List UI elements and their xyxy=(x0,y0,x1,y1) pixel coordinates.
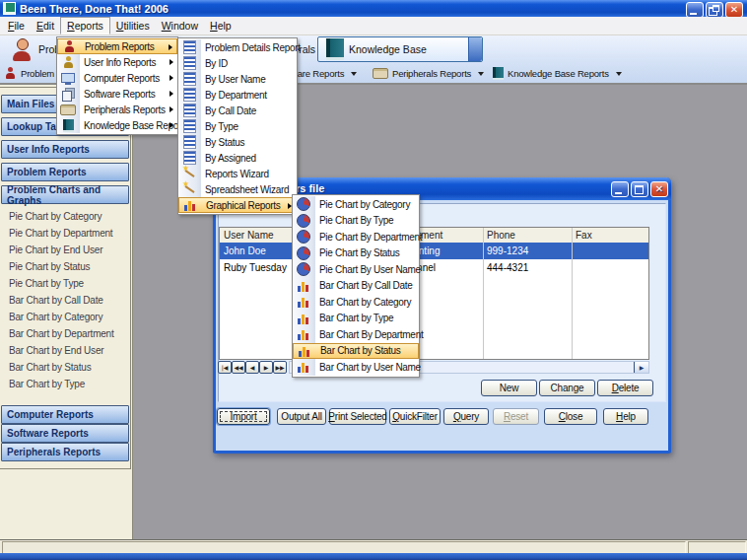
menu-window[interactable]: Window xyxy=(156,17,204,35)
nav-first-button[interactable]: |◀ xyxy=(218,361,232,374)
sidebar-item-pie-chart-by-department[interactable]: Pie Chart by Department xyxy=(9,225,127,242)
sidebar-section-computer-reports[interactable]: Computer Reports xyxy=(1,405,129,424)
sidebar-section-user-info-reports[interactable]: User Info Reports xyxy=(1,140,129,159)
sidebar-section-software-reports[interactable]: Software Reports xyxy=(1,424,129,443)
menu-edit[interactable]: Edit xyxy=(31,17,60,35)
column-header-user-name[interactable]: User Name xyxy=(220,228,298,243)
change-button[interactable]: Change xyxy=(539,380,595,396)
restore-button[interactable] xyxy=(706,2,723,18)
users-table[interactable]: User Name Department Phone Fax John Doe … xyxy=(219,227,649,360)
problem-reports-submenu: Problem Details Report By ID By User Nam… xyxy=(177,37,298,215)
toolbar-knowledge-base-reports-dropdown[interactable]: Knowledge Base Reports xyxy=(489,64,626,83)
menu-item-pie-chart-by-category[interactable]: Pie Chart by Category xyxy=(293,196,419,213)
dialog-maximize-button[interactable] xyxy=(631,181,648,197)
reset-button[interactable]: Reset xyxy=(493,408,539,425)
bar-chart-icon xyxy=(298,296,309,308)
help-button[interactable]: Help xyxy=(603,408,648,425)
column-header-fax[interactable]: Fax xyxy=(572,228,652,243)
sidebar-item-pie-chart-by-end-user[interactable]: Pie Chart by End User xyxy=(9,242,127,258)
nav-fast-forward-button[interactable]: ▶▶ xyxy=(273,361,287,374)
table-row-selected[interactable]: John Doe Accounting 999-1234 xyxy=(220,243,648,259)
menu-item-peripherals-reports[interactable]: Peripherals Reports xyxy=(57,102,177,117)
sidebar-section-problem-charts-and-graphs[interactable]: Problem Charts and Graphs xyxy=(1,185,129,204)
report-icon xyxy=(183,72,196,86)
menu-item-pie-chart-by-user-name[interactable]: Pie Chart By User Name xyxy=(293,261,419,278)
menu-utilities[interactable]: Utilities xyxy=(110,17,156,35)
quickfilter-button[interactable]: QuickFilter xyxy=(389,408,441,425)
menu-item-pie-chart-by-department[interactable]: Pie Chart By Department xyxy=(293,229,419,245)
dialog-close-button[interactable]: ✕ xyxy=(650,181,668,197)
menu-item-problem-details-report[interactable]: Problem Details Report xyxy=(178,39,297,55)
peripherals-icon xyxy=(60,105,76,115)
menu-item-pie-chart-by-status[interactable]: Pie Chart By Status xyxy=(293,245,419,262)
sidebar-item-bar-chart-by-department[interactable]: Bar Chart by Department xyxy=(9,325,127,342)
menu-item-spreadsheet-wizard[interactable]: Spreadsheet Wizard xyxy=(178,181,297,197)
menu-item-problem-reports[interactable]: Problem Reports xyxy=(57,38,177,54)
menu-item-computer-reports[interactable]: Computer Reports xyxy=(57,70,177,86)
table-row[interactable]: Ruby Tuesday Personnel 444-4321 xyxy=(220,259,648,276)
minimize-button[interactable] xyxy=(686,2,704,18)
close-button[interactable]: ✕ xyxy=(725,2,743,18)
nav-back-button[interactable]: ◀ xyxy=(245,361,259,374)
sidebar-item-bar-chart-by-category[interactable]: Bar Chart by Category xyxy=(9,309,127,325)
menu-item-by-status[interactable]: By Status xyxy=(178,134,297,150)
menu-item-by-id[interactable]: By ID xyxy=(178,55,297,71)
toolbar-knowledge-base-button[interactable]: Knowledge Base xyxy=(317,36,483,62)
bar-chart-icon xyxy=(298,328,309,340)
pie-chart-icon xyxy=(297,262,310,276)
nav-fast-back-button[interactable]: ◀◀ xyxy=(232,361,245,374)
column-header-phone[interactable]: Phone xyxy=(483,228,576,243)
close-button-dialog[interactable]: Close xyxy=(544,408,597,425)
toolbar-peripherals-reports-dropdown[interactable]: Peripherals Reports xyxy=(369,64,488,83)
menu-item-by-assigned[interactable]: By Assigned xyxy=(178,150,297,166)
menu-item-knowledge-base-reports[interactable]: Knowledge Base Reports xyxy=(57,117,177,133)
delete-button[interactable]: Delete xyxy=(597,380,653,396)
sidebar-section-problem-reports[interactable]: Problem Reports xyxy=(1,163,129,181)
scroll-right-arrow[interactable]: ▶ xyxy=(634,362,648,373)
menu-item-by-user-name[interactable]: By User Name xyxy=(178,71,297,87)
menu-item-bar-chart-by-type[interactable]: Bar Chart by Type xyxy=(293,311,419,327)
menu-item-bar-chart-by-category[interactable]: Bar Chart by Category xyxy=(293,294,419,311)
menu-item-by-call-date[interactable]: By Call Date xyxy=(178,103,297,118)
sidebar-item-pie-chart-by-status[interactable]: Pie Chart by Status xyxy=(9,258,127,275)
dialog-title: rs file xyxy=(296,182,324,194)
bar-chart-icon xyxy=(298,361,309,373)
report-icon xyxy=(183,135,196,149)
menu-item-pie-chart-by-type[interactable]: Pie Chart By Type xyxy=(293,213,419,230)
menu-item-user-info-reports[interactable]: User Info Reports xyxy=(57,54,177,70)
reports-menu: Problem Reports User Info Reports Comput… xyxy=(56,36,178,135)
pie-chart-icon xyxy=(297,197,310,211)
sidebar-item-pie-chart-by-category[interactable]: Pie Chart by Category xyxy=(9,208,127,225)
dialog-minimize-button[interactable] xyxy=(611,181,629,197)
menu-item-by-department[interactable]: By Department xyxy=(178,87,297,103)
sidebar-section-peripherals-reports[interactable]: Peripherals Reports xyxy=(1,443,129,461)
wand-icon xyxy=(182,167,196,180)
menu-item-bar-chart-by-call-date[interactable]: Bar Chart By Call Date xyxy=(293,278,419,295)
query-button[interactable]: Query xyxy=(443,408,489,425)
report-icon xyxy=(183,119,196,133)
menu-file[interactable]: File xyxy=(2,17,31,35)
menu-item-bar-chart-by-status[interactable]: Bar Chart by Status xyxy=(293,343,419,360)
status-bar xyxy=(0,539,747,553)
import-button[interactable]: Import xyxy=(217,408,270,425)
menu-item-by-type[interactable]: By Type xyxy=(178,118,297,134)
sidebar-item-bar-chart-by-end-user[interactable]: Bar Chart by End User xyxy=(9,342,127,359)
menu-item-bar-chart-by-department[interactable]: Bar Chart By Department xyxy=(293,326,419,343)
print-selected-button[interactable]: Print Selected xyxy=(329,408,386,425)
output-all-button[interactable]: Output All xyxy=(277,408,326,425)
menu-help[interactable]: Help xyxy=(204,17,238,35)
sidebar-item-bar-chart-by-status[interactable]: Bar Chart by Status xyxy=(9,359,127,376)
sidebar-item-pie-chart-by-type[interactable]: Pie Chart by Type xyxy=(9,275,127,292)
sidebar-item-bar-chart-by-call-date[interactable]: Bar Chart by Call Date xyxy=(9,292,127,309)
menu-item-bar-chart-by-user-name[interactable]: Bar Chart by User Name xyxy=(293,359,419,376)
app-icon xyxy=(3,2,16,15)
menu-item-graphical-reports[interactable]: Graphical Reports xyxy=(178,197,297,213)
new-button[interactable]: New xyxy=(481,380,537,396)
sidebar-item-bar-chart-by-type[interactable]: Bar Chart by Type xyxy=(9,376,127,392)
menu-item-software-reports[interactable]: Software Reports xyxy=(57,86,177,102)
bar-chart-icon xyxy=(298,280,309,292)
menu-item-reports-wizard[interactable]: Reports Wizard xyxy=(178,166,297,181)
menu-reports[interactable]: Reports xyxy=(60,17,110,35)
nav-forward-button[interactable]: ▶ xyxy=(259,361,273,374)
pie-chart-icon xyxy=(297,214,310,228)
